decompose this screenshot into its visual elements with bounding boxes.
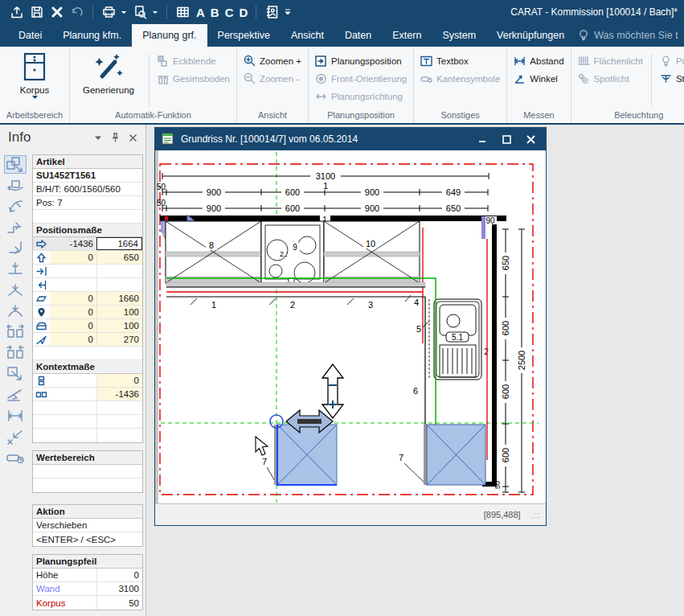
- export-icon[interactable]: [10, 5, 24, 19]
- eckblende-button[interactable]: Eckblende: [158, 54, 230, 68]
- tab-planung-kfm[interactable]: Planung kfm.: [52, 24, 132, 47]
- island-cabinet-selected[interactable]: [274, 425, 337, 485]
- width-measure-icon[interactable]: [4, 406, 27, 425]
- print-icon[interactable]: [101, 5, 117, 19]
- ribbon-tabs: Datei Planung kfm. Planung grf. Perspekt…: [0, 24, 684, 47]
- delete-icon[interactable]: [50, 5, 64, 19]
- corner-snap-icon[interactable]: [4, 239, 27, 257]
- toolbar-separator: [166, 5, 167, 19]
- zoomen-plus-button[interactable]: Zoomen +: [244, 54, 301, 68]
- spotlicht-button[interactable]: Spotlicht: [578, 72, 643, 85]
- vertical-gap-icon: [33, 376, 50, 386]
- abstand-button[interactable]: Abstand: [514, 54, 563, 68]
- lightbulb-icon: [578, 28, 589, 43]
- tell-me-search[interactable]: Was möchten Sie t: [578, 24, 678, 47]
- front-orientierung-button[interactable]: Front-Orientierung: [315, 72, 407, 85]
- winkel-button[interactable]: Winkel: [514, 72, 563, 85]
- tab-system[interactable]: System: [432, 24, 486, 47]
- group-label-planungsposition: Planungsposition: [312, 109, 410, 123]
- planungsposition-button[interactable]: Planungsposition: [315, 54, 407, 68]
- letter-c-button[interactable]: C: [225, 6, 234, 19]
- korpus-button[interactable]: Korpus: [6, 51, 63, 109]
- plan-canvas[interactable]: 3100 1 50 50 900 600 900 649 900 600 9: [155, 150, 546, 504]
- base-run: [166, 282, 425, 425]
- remove-move-icon[interactable]: [4, 427, 27, 446]
- group-planungsposition: Planungsposition Front-Orientierung Plan…: [309, 47, 414, 123]
- value-input[interactable]: 1664: [96, 237, 142, 250]
- contacts-icon[interactable]: [264, 5, 280, 19]
- print-preview-caret-icon[interactable]: [152, 5, 158, 19]
- tab-datei[interactable]: Datei: [8, 24, 52, 47]
- dim-total-no: 1: [323, 181, 328, 191]
- step-move-icon[interactable]: [4, 218, 27, 236]
- tab-perspektive[interactable]: Perspektive: [207, 24, 281, 47]
- resize-grip[interactable]: .::: [532, 511, 541, 519]
- merge-snap-icon[interactable]: [4, 281, 27, 299]
- swap-corner-icon[interactable]: [4, 364, 27, 383]
- letter-a-button[interactable]: A: [196, 6, 205, 19]
- close-panel-icon[interactable]: [129, 133, 137, 142]
- save-icon[interactable]: [30, 5, 44, 19]
- maximize-icon[interactable]: [496, 131, 517, 147]
- flaechenlicht-button[interactable]: Flächenlicht: [578, 54, 643, 68]
- strahler-button[interactable]: Strahl: [660, 72, 684, 85]
- corner-move-icon[interactable]: [4, 197, 27, 216]
- gather-cabinets-icon[interactable]: [4, 343, 27, 362]
- print-caret-icon[interactable]: [121, 5, 127, 19]
- edge-note-icon[interactable]: [4, 448, 27, 466]
- undo-icon[interactable]: [70, 5, 84, 19]
- dim-label: 900: [365, 187, 379, 197]
- tell-me-label: Was möchten Sie t: [594, 30, 678, 41]
- cabinet-8[interactable]: 8: [166, 221, 261, 283]
- minimize-icon[interactable]: [472, 131, 493, 147]
- spotlicht-label: Spotlicht: [594, 74, 629, 84]
- empty-row: [33, 347, 142, 360]
- punktlicht-button[interactable]: Punkt: [660, 54, 684, 68]
- spread-cabinets-icon[interactable]: [4, 322, 27, 341]
- zoomen-minus-button[interactable]: Zoomen -: [244, 72, 301, 85]
- pin-icon[interactable]: [111, 133, 120, 143]
- columns-icon[interactable]: [175, 5, 190, 19]
- move-vertical-handle[interactable]: [322, 364, 343, 418]
- spotlicht-icon: [578, 73, 590, 84]
- tab-daten[interactable]: Daten: [334, 24, 382, 47]
- island-cabinet[interactable]: [424, 425, 485, 485]
- kantensymbole-button[interactable]: Kantensymbole: [420, 72, 500, 85]
- move-copy-icon[interactable]: [4, 155, 27, 174]
- cabinet-8-label: 8: [209, 240, 214, 250]
- grundriss-titlebar[interactable]: Grundriss Nr. [100014/7] vom 06.05.2014: [155, 128, 546, 150]
- arc-snap-icon[interactable]: [4, 302, 27, 320]
- junction-snap-icon[interactable]: [4, 260, 27, 278]
- generierung-button[interactable]: Generierung: [76, 51, 141, 109]
- slope-move-icon[interactable]: [4, 385, 27, 404]
- toolbar-options-caret-icon[interactable]: [284, 5, 292, 19]
- gesimsboden-button[interactable]: Gesimsboden: [158, 72, 230, 85]
- letter-d-button[interactable]: D: [240, 6, 248, 19]
- cursor-coordinates: [895,488]: [484, 510, 521, 519]
- gesimsboden-icon: [158, 73, 169, 84]
- cabinet-10[interactable]: 10: [324, 221, 420, 283]
- toolbar-separator: [92, 5, 93, 19]
- group-ansicht: Zoomen + Zoomen - Ansicht: [237, 47, 309, 123]
- dim-label: 600: [285, 187, 300, 197]
- zoom-out-icon: [244, 72, 256, 84]
- close-window-icon[interactable]: [520, 131, 541, 147]
- tab-verknuepfungen[interactable]: Verknüpfungen: [486, 24, 575, 47]
- empty-row: [33, 401, 142, 415]
- quick-access-toolbar: A B C D: [10, 5, 292, 19]
- print-preview-icon[interactable]: [133, 5, 148, 19]
- hob-unit[interactable]: 9 2.:: [261, 221, 324, 283]
- planungsrichtung-button[interactable]: Planungsrichtung: [315, 89, 407, 103]
- textbox-button[interactable]: Textbox: [420, 54, 500, 68]
- eckblende-icon: [158, 55, 169, 67]
- letter-b-button[interactable]: B: [211, 6, 219, 19]
- tab-ansicht[interactable]: Ansicht: [281, 24, 334, 47]
- tab-planung-grf[interactable]: Planung grf.: [132, 24, 207, 47]
- rotate-icon[interactable]: [4, 176, 27, 195]
- tab-extern[interactable]: Extern: [382, 24, 432, 47]
- sink-unit[interactable]: 5.1: [429, 299, 481, 380]
- group-label-automatik: Automatik-Funktion: [73, 109, 233, 123]
- dim-label: 50: [157, 183, 166, 191]
- group-beleuchtung: Flächenlicht Spotlicht Punkt Strahl B: [571, 47, 684, 123]
- panel-menu-caret-icon[interactable]: [94, 135, 102, 141]
